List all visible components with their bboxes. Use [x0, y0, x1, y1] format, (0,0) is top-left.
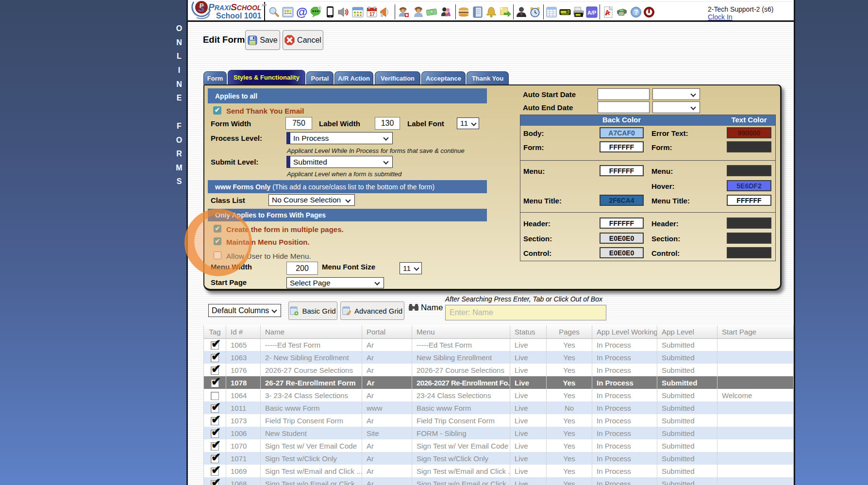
svg-text:@: @: [296, 6, 307, 18]
svg-text:A/P: A/P: [587, 10, 596, 16]
svg-text:P: P: [200, 2, 204, 9]
svg-text:?: ?: [634, 8, 638, 16]
svg-text:17: 17: [369, 12, 375, 17]
